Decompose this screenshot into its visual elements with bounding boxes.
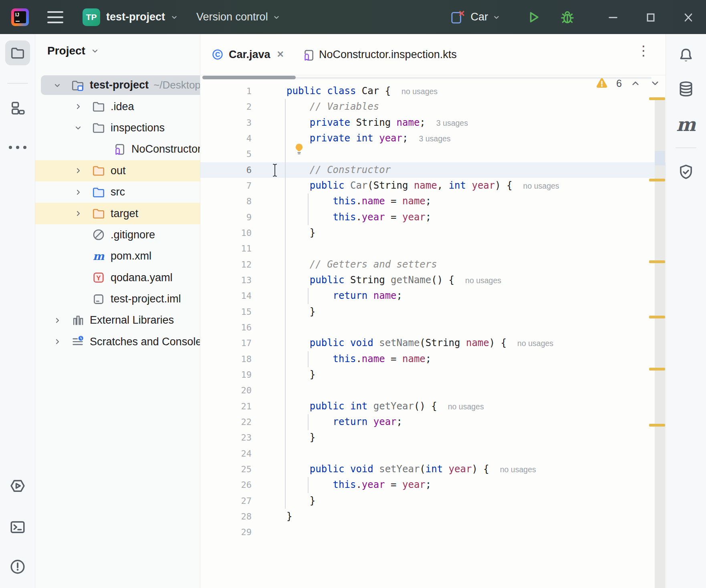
- tree-item-out[interactable]: out: [35, 160, 200, 181]
- code-line-4[interactable]: 4 private int year;3 usages: [200, 131, 666, 146]
- code-line-22[interactable]: 22 return year;: [200, 414, 666, 430]
- previous-problem-button[interactable]: [629, 77, 641, 89]
- usages-hint[interactable]: no usages: [523, 181, 559, 190]
- chevron-right-icon[interactable]: [73, 166, 83, 175]
- code-line-10[interactable]: 10 }: [200, 225, 666, 241]
- main-menu-button[interactable]: [47, 11, 63, 23]
- chevron-right-icon[interactable]: [73, 102, 83, 111]
- code-text: }: [256, 493, 666, 509]
- code-line-28[interactable]: 28}: [200, 509, 666, 524]
- warning-stripe-mark[interactable]: [649, 260, 665, 263]
- code-line-7[interactable]: 7 public Car(String name, int year) {no …: [200, 178, 666, 193]
- chevron-right-icon[interactable]: [52, 316, 62, 325]
- active-tab-underline[interactable]: [202, 76, 296, 79]
- tab-options-button[interactable]: ⋮: [637, 44, 650, 57]
- chevron-down-icon[interactable]: [52, 81, 62, 90]
- chevron-right-icon[interactable]: [73, 209, 83, 218]
- maven-tool-button[interactable]: m: [674, 112, 698, 137]
- code-line-6[interactable]: 6 // Constructor: [200, 162, 666, 178]
- code-line-19[interactable]: 19 }: [200, 367, 666, 383]
- services-tool-button[interactable]: [5, 473, 30, 498]
- usages-hint[interactable]: no usages: [401, 87, 438, 96]
- tree-item--idea[interactable]: .idea: [35, 96, 200, 117]
- window-maximize-button[interactable]: [644, 11, 657, 24]
- tree-item-external-libraries[interactable]: External Libraries: [35, 310, 200, 331]
- tab-close-icon[interactable]: ✕: [277, 50, 284, 59]
- code-line-24[interactable]: 24: [200, 446, 666, 461]
- indent-guide: [308, 288, 309, 304]
- code-line-2[interactable]: 2 // Variables: [200, 99, 666, 115]
- window-minimize-button[interactable]: [607, 11, 619, 24]
- usages-hint[interactable]: no usages: [517, 339, 553, 348]
- code-line-29[interactable]: 29: [200, 524, 666, 540]
- tree-item-test-project-iml[interactable]: test-project.iml: [35, 288, 200, 310]
- code-line-23[interactable]: 23 }: [200, 430, 666, 445]
- chevron-right-icon[interactable]: [73, 187, 83, 197]
- code-line-5[interactable]: 5: [200, 146, 666, 162]
- usages-hint[interactable]: no usages: [500, 465, 536, 474]
- tree-item-noconstructor-inspection-kts[interactable]: NoConstructor.inspection.kts: [35, 139, 200, 160]
- code-line-18[interactable]: 18 this.name = name;: [200, 351, 666, 367]
- structure-tool-button[interactable]: [5, 96, 30, 121]
- warning-stripe-mark[interactable]: [649, 179, 665, 181]
- code-line-14[interactable]: 14 return name;: [200, 288, 666, 304]
- usages-hint[interactable]: no usages: [448, 402, 484, 411]
- code-line-16[interactable]: 16: [200, 320, 666, 335]
- code-line-3[interactable]: 3 private String name;3 usages: [200, 115, 666, 131]
- inspections-widget[interactable]: 6: [595, 77, 661, 90]
- chevron-spacer: [94, 145, 104, 154]
- next-problem-button[interactable]: [649, 77, 661, 89]
- project-widget[interactable]: TP test-project: [83, 8, 179, 26]
- project-view-selector[interactable]: Project: [47, 44, 100, 57]
- code-line-27[interactable]: 27 }: [200, 493, 666, 509]
- tree-item-src[interactable]: src: [35, 181, 200, 203]
- code-line-15[interactable]: 15 }: [200, 304, 666, 320]
- debug-button[interactable]: [559, 9, 575, 25]
- tree-item-test-project[interactable]: test-project~/Desktop/: [35, 75, 200, 96]
- usages-hint[interactable]: 3 usages: [436, 119, 468, 127]
- editor-tab-noconstructor-inspection-kts[interactable]: NoConstructor.inspection.kts: [293, 34, 466, 75]
- warning-stripe-mark[interactable]: [649, 424, 665, 427]
- chevron-down-icon[interactable]: [73, 123, 83, 133]
- usages-hint[interactable]: 3 usages: [419, 134, 450, 143]
- line-number: 22: [200, 414, 256, 430]
- code-line-11[interactable]: 11: [200, 241, 666, 256]
- project-tool-button[interactable]: [5, 40, 30, 65]
- project-panel-title: Project: [47, 44, 85, 57]
- editor-tab-car-java[interactable]: CCar.java✕: [203, 34, 293, 75]
- code-line-9[interactable]: 9 this.year = year;: [200, 209, 666, 225]
- tree-item-pom-xml[interactable]: mpom.xml: [35, 246, 200, 267]
- notifications-button[interactable]: [674, 43, 698, 68]
- editor-scrollbar[interactable]: [655, 99, 665, 588]
- code-line-17[interactable]: 17 public void setName(String name) {no …: [200, 335, 666, 351]
- code-line-12[interactable]: 12 // Getters and setters: [200, 257, 666, 272]
- tree-item-qodana-yaml[interactable]: Yqodana.yaml: [35, 267, 200, 288]
- code-line-25[interactable]: 25 public void setYear(int year) {no usa…: [200, 461, 666, 477]
- tree-item-target[interactable]: target: [35, 203, 200, 224]
- vcs-menu[interactable]: Version control: [196, 11, 281, 23]
- code-line-21[interactable]: 21 public int getYear() {no usages: [200, 399, 666, 414]
- database-tool-button[interactable]: [674, 77, 698, 101]
- warning-stripe-mark[interactable]: [649, 368, 665, 371]
- code-line-20[interactable]: 20: [200, 383, 666, 398]
- problems-tool-button[interactable]: [5, 554, 30, 579]
- tree-item--gitignore[interactable]: .gitignore: [35, 224, 200, 246]
- usages-hint[interactable]: no usages: [465, 276, 501, 285]
- more-tool-windows-button[interactable]: [5, 135, 30, 160]
- tree-item-scratches-and-consoles[interactable]: Scratches and Consoles: [35, 331, 200, 352]
- project-avatar: TP: [83, 8, 100, 26]
- code-area[interactable]: 1public class Car {no usages2 // Variabl…: [200, 83, 666, 540]
- warning-stripe-mark[interactable]: [649, 316, 665, 318]
- intention-bulb-icon[interactable]: [294, 143, 305, 157]
- code-line-13[interactable]: 13 public String getName() {no usages: [200, 272, 666, 288]
- code-line-8[interactable]: 8 this.name = name;: [200, 193, 666, 209]
- window-close-button[interactable]: [682, 11, 695, 24]
- qodana-tool-button[interactable]: [674, 159, 698, 184]
- tree-item-inspections[interactable]: inspections: [35, 117, 200, 139]
- terminal-tool-button[interactable]: [5, 515, 30, 540]
- warning-stripe-mark[interactable]: [649, 97, 665, 100]
- chevron-right-icon[interactable]: [52, 337, 62, 346]
- run-configuration-selector[interactable]: Car: [450, 9, 501, 25]
- code-line-26[interactable]: 26 this.year = year;: [200, 477, 666, 493]
- run-button[interactable]: [526, 10, 541, 25]
